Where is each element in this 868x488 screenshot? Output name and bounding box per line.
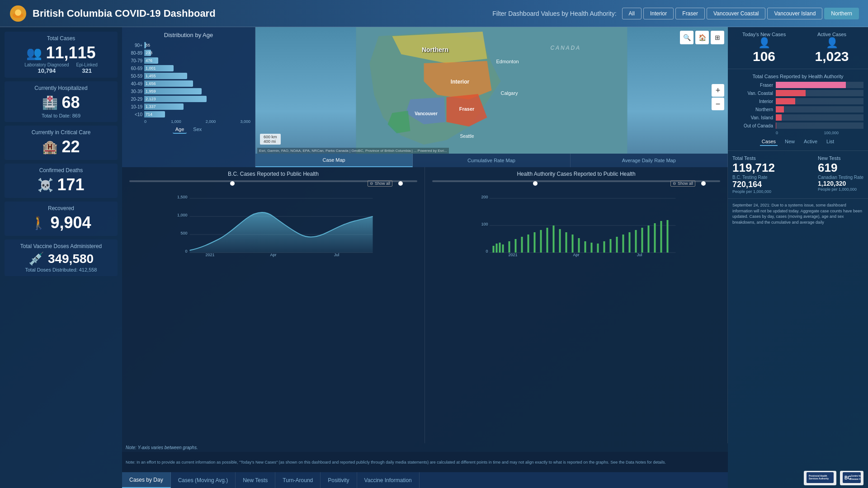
- notice-panel: September 24, 2021: Due to a systems iss…: [728, 199, 868, 468]
- tab-positivity[interactable]: Positivity: [321, 472, 357, 488]
- new-tests-label: New Tests: [818, 155, 863, 161]
- total-cases-card: Total Cases 👥 11,115 Laboratory Diagnose…: [5, 32, 118, 78]
- svg-rect-34: [515, 239, 517, 253]
- age-bar-container: 1,455: [144, 73, 250, 79]
- map-attribution: Esri, Garmin, FAO, NOAA, EPA, NRCan, Par…: [257, 148, 449, 154]
- filter-label: Filter Dashboard Values by Health Author…: [492, 10, 616, 17]
- age-bar-row: 30-39 1,959: [127, 88, 250, 94]
- tab-new-tests[interactable]: New Tests: [236, 472, 275, 488]
- age-bar-fill: 1,337: [144, 103, 184, 110]
- ha-tab-new[interactable]: New: [783, 138, 797, 146]
- age-chart-panel: Distribution by Age 90+ 55 80-89 233 70-…: [122, 27, 255, 167]
- confirmed-deaths-icon: ☠️: [38, 178, 53, 192]
- ha-bar-label: Van. Island: [732, 115, 773, 120]
- ha-slider-left[interactable]: [533, 181, 538, 186]
- tab-vaccine-info[interactable]: Vaccine Information: [357, 472, 420, 488]
- svg-text:100: 100: [481, 222, 488, 226]
- age-bar-row: <10 714: [127, 111, 250, 117]
- age-bar-container: 233: [144, 50, 250, 56]
- ha-tab-list[interactable]: List: [825, 138, 836, 146]
- active-cases-icon: 👤: [800, 37, 863, 49]
- map-zoom-out[interactable]: −: [712, 98, 724, 110]
- age-bar-label: 80-89: [127, 51, 142, 56]
- age-bar-fill: 2,123: [144, 96, 207, 102]
- map-panel: Northern Interior Fraser Vancouver Calga…: [255, 27, 728, 167]
- age-bar-label: 20-29: [127, 97, 142, 102]
- age-bar-label: <10: [127, 112, 142, 117]
- age-bar-fill: 1,455: [144, 73, 187, 79]
- bottom-tabs: Cases by Day Cases (Moving Avg.) New Tes…: [122, 472, 728, 488]
- svg-text:2021: 2021: [508, 253, 517, 257]
- vaccine-sub: Total Doses Distributed: 412,558: [10, 267, 112, 272]
- svg-rect-31: [499, 243, 501, 253]
- age-bar-label: 70-79: [127, 58, 142, 63]
- total-cases-icon: 👥: [26, 46, 42, 61]
- bc-rate-sub: People per 1,000,000: [732, 189, 775, 194]
- bc-show-all-btn[interactable]: ⊖ Show all: [368, 180, 392, 187]
- ha-bar-label: Interior: [732, 99, 773, 104]
- filter-van-island[interactable]: Vancouver Island: [767, 8, 822, 19]
- ha-show-all-btn[interactable]: ⊖ Show all: [670, 180, 695, 187]
- age-bar-container: 1,656: [144, 80, 250, 87]
- ha-bar-fill: [776, 98, 795, 104]
- map-zoom-in[interactable]: +: [712, 84, 724, 97]
- age-bar-fill: 714: [144, 111, 165, 117]
- svg-rect-45: [585, 241, 586, 253]
- age-bar-container: 1,959: [144, 88, 250, 94]
- header-title: British Columbia COVID-19 Dashboard: [33, 8, 216, 19]
- recovered-title: Recovered: [10, 205, 112, 211]
- svg-rect-32: [502, 244, 504, 253]
- tab-cases-by-day[interactable]: Cases by Day: [122, 472, 171, 488]
- ha-bar-label: Van. Coastal: [732, 91, 773, 96]
- right-top-stats: Today's New Cases 👤 106 Active Cases 👤 1…: [728, 27, 868, 69]
- recovered-card: Recovered 🚶 9,904: [5, 202, 118, 236]
- svg-text:Interior: Interior: [451, 79, 470, 85]
- filter-interior[interactable]: Interior: [643, 8, 674, 19]
- ha-tab-cases[interactable]: Cases: [760, 138, 778, 146]
- filter-van-coastal[interactable]: Vancouver Coastal: [707, 8, 766, 19]
- map-grid-btn[interactable]: ⊞: [711, 31, 724, 44]
- tab-cases-moving-avg[interactable]: Cases (Moving Avg.): [171, 472, 236, 488]
- ha-bar-wrap: 279: [776, 122, 863, 129]
- tests-panel: Total Tests 119,712 B.C. Testing Rate 72…: [728, 151, 868, 199]
- filter-northern[interactable]: Northern: [824, 8, 859, 19]
- map-search-btn[interactable]: 🔍: [680, 31, 693, 44]
- age-bar-row: 20-29 2,123: [127, 96, 250, 102]
- svg-rect-35: [521, 237, 523, 253]
- map-tab-average[interactable]: Average Daily Rate Map: [571, 154, 728, 167]
- hospitalized-icon: 🏥: [42, 95, 58, 110]
- total-tests-col: Total Tests 119,712 B.C. Testing Rate 72…: [732, 155, 775, 194]
- ha-chart-svg: 200 100 0: [429, 189, 724, 257]
- svg-text:Apr: Apr: [270, 253, 276, 257]
- map-tab-cumulative[interactable]: Cumulative Rate Map: [413, 154, 570, 167]
- hospitalized-sub: Total to Date: 869: [10, 113, 112, 118]
- svg-rect-50: [616, 237, 618, 253]
- age-bar-container: 1,337: [144, 103, 250, 110]
- map-home-btn[interactable]: 🏠: [695, 31, 709, 44]
- filter-fraser[interactable]: Fraser: [675, 8, 705, 19]
- ha-slider-right[interactable]: [701, 181, 706, 186]
- left-panel: Total Cases 👥 11,115 Laboratory Diagnose…: [0, 27, 122, 488]
- tab-turn-around[interactable]: Turn-Around: [275, 472, 321, 488]
- new-tests-value: 619: [818, 161, 863, 175]
- svg-text:Calgary: Calgary: [501, 90, 518, 96]
- svg-rect-42: [566, 232, 567, 253]
- age-bar-label: 50-59: [127, 74, 142, 79]
- filter-all[interactable]: All: [622, 8, 642, 19]
- age-tab-sex[interactable]: Sex: [190, 126, 204, 134]
- age-bar-value: 1,455: [146, 74, 156, 78]
- age-bar-row: 90+ 55: [127, 42, 250, 48]
- bc-slider-left[interactable]: [230, 181, 235, 186]
- map-tab-case[interactable]: Case Map: [255, 154, 413, 167]
- ha-bar-row: Fraser 95,8: [732, 82, 863, 88]
- confirmed-deaths-value: 171: [57, 175, 84, 194]
- vaccine-value: 349,580: [48, 252, 94, 266]
- svg-text:Jul: Jul: [334, 253, 340, 257]
- svg-rect-47: [597, 244, 599, 253]
- bc-slider-right[interactable]: [398, 181, 403, 186]
- main-content: Total Cases 👥 11,115 Laboratory Diagnose…: [0, 27, 868, 488]
- ha-tab-active[interactable]: Active: [802, 138, 819, 146]
- age-tab-age[interactable]: Age: [173, 126, 187, 134]
- svg-text:500: 500: [180, 231, 187, 235]
- svg-text:Jul: Jul: [637, 253, 642, 257]
